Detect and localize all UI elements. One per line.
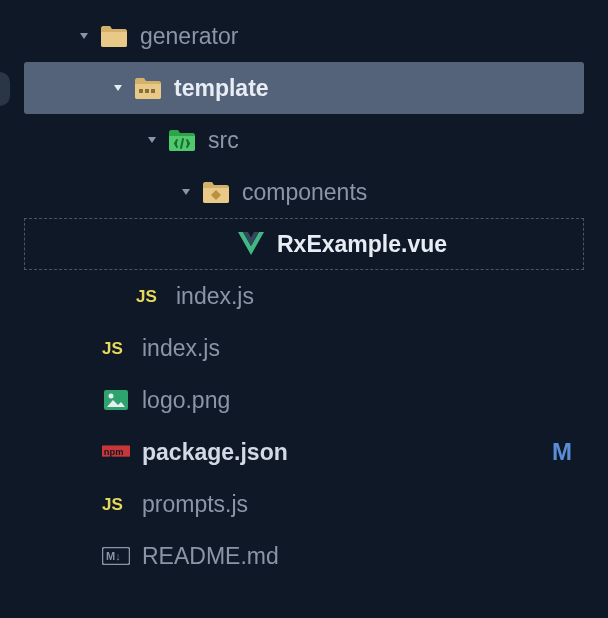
npm-icon: npm	[102, 438, 130, 466]
svg-rect-1	[145, 89, 149, 93]
svg-point-6	[109, 394, 114, 399]
markdown-icon: M↓	[102, 542, 130, 570]
js-icon: JS	[136, 282, 164, 310]
svg-text:JS: JS	[102, 495, 123, 514]
tree-item-label: logo.png	[142, 387, 230, 414]
image-icon	[102, 386, 130, 414]
tree-item-label: template	[174, 75, 269, 102]
js-icon: JS	[102, 490, 130, 518]
folder-icon	[100, 22, 128, 50]
folder-src-icon	[168, 126, 196, 154]
status-badge-modified: M	[552, 438, 572, 466]
chevron-down-icon	[178, 184, 194, 200]
tree-file-rxexample[interactable]: RxExample.vue	[24, 218, 584, 270]
vue-icon	[237, 230, 265, 258]
tree-folder-components[interactable]: components	[0, 166, 608, 218]
tree-item-label: package.json	[142, 439, 288, 466]
tree-file-package[interactable]: npm package.json M	[0, 426, 608, 478]
tree-item-label: prompts.js	[142, 491, 248, 518]
svg-text:npm: npm	[104, 447, 124, 457]
tree-file-logo[interactable]: logo.png	[0, 374, 608, 426]
svg-rect-0	[139, 89, 143, 93]
tree-item-label: RxExample.vue	[277, 231, 447, 258]
tree-file-index-nested[interactable]: JS index.js	[0, 270, 608, 322]
js-icon: JS	[102, 334, 130, 362]
tree-folder-generator[interactable]: generator	[0, 10, 608, 62]
tree-file-prompts[interactable]: JS prompts.js	[0, 478, 608, 530]
tree-file-index[interactable]: JS index.js	[0, 322, 608, 374]
folder-components-icon	[202, 178, 230, 206]
svg-rect-2	[151, 89, 155, 93]
tree-item-label: src	[208, 127, 239, 154]
tree-folder-src[interactable]: src	[0, 114, 608, 166]
tree-item-label: README.md	[142, 543, 279, 570]
svg-text:M↓: M↓	[106, 550, 121, 562]
folder-template-icon	[134, 74, 162, 102]
chevron-down-icon	[76, 28, 92, 44]
tree-file-readme[interactable]: M↓ README.md	[0, 530, 608, 582]
svg-text:JS: JS	[102, 339, 123, 358]
chevron-down-icon	[110, 80, 126, 96]
sidebar-edge-decoration	[0, 72, 10, 106]
tree-item-label: generator	[140, 23, 238, 50]
tree-item-label: index.js	[142, 335, 220, 362]
svg-text:JS: JS	[136, 287, 157, 306]
tree-item-label: components	[242, 179, 367, 206]
chevron-down-icon	[144, 132, 160, 148]
tree-folder-template[interactable]: template	[24, 62, 584, 114]
tree-item-label: index.js	[176, 283, 254, 310]
